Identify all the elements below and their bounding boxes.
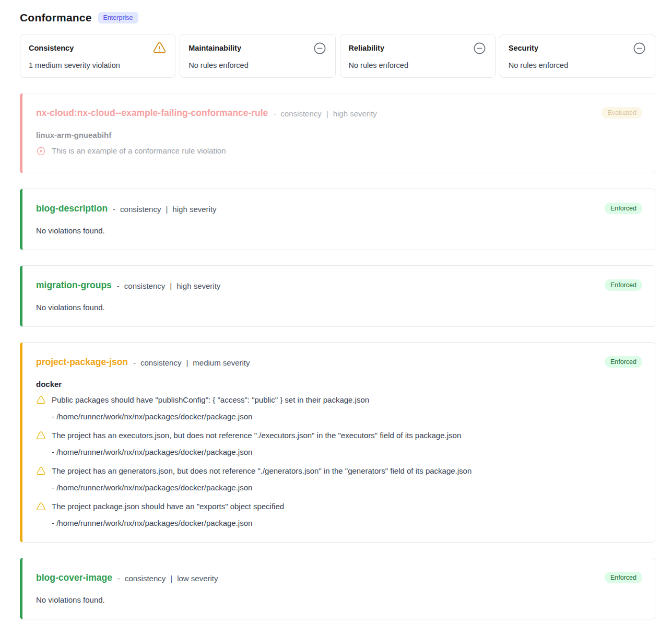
warning-triangle-icon: [36, 502, 46, 514]
warning-triangle-icon: [36, 466, 46, 478]
rule-card-blog-cover-image: blog-cover-image - consistency | low sev…: [20, 558, 655, 619]
violation-message: The project has an executors.json, but d…: [52, 431, 461, 440]
rule-category: consistency: [140, 358, 181, 367]
rule-card-project-package-json: project-package-json - consistency | med…: [20, 342, 655, 543]
rule-meta: - consistency | medium severity: [133, 357, 250, 367]
conformance-page: Conformance Enterprise Consistency 1 med…: [0, 0, 672, 619]
rule-name-link[interactable]: blog-description: [36, 203, 108, 214]
rules-list: nx-cloud:nx-cloud--example-failing-confo…: [20, 93, 655, 619]
rule-result-text: No violations found.: [36, 595, 642, 604]
violation-item: The project package.json should have an …: [36, 502, 642, 527]
meta-divider: |: [166, 205, 168, 214]
enterprise-badge: Enterprise: [98, 12, 138, 23]
rule-card-example-failing-conformance-rule: nx-cloud:nx-cloud--example-failing-confo…: [20, 93, 655, 173]
rule-name-link[interactable]: blog-cover-image: [36, 572, 112, 583]
rule-category: consistency: [280, 109, 321, 118]
summary-card-status: No rules enforced: [509, 61, 646, 69]
rule-name-link[interactable]: nx-cloud:nx-cloud--example-failing-confo…: [36, 108, 268, 119]
rule-meta: - consistency | high severity: [113, 204, 217, 214]
rule-name-link[interactable]: project-package-json: [36, 357, 128, 368]
summary-card-title: Security: [509, 41, 538, 52]
summary-card-status: No rules enforced: [188, 61, 326, 69]
rule-severity: high severity: [176, 281, 220, 290]
project-name: linux-arm-gnueabihf: [36, 131, 642, 139]
circle-x-icon: [36, 146, 46, 158]
violation-file-path: - /home/runner/work/nx/nx/packages/docke…: [52, 448, 642, 456]
summary-card-title: Reliability: [349, 41, 385, 52]
meta-divider: |: [186, 358, 188, 367]
rule-meta: - consistency | low severity: [117, 573, 218, 583]
rule-category: consistency: [125, 574, 166, 583]
page-title: Conformance: [20, 11, 92, 24]
page-header: Conformance Enterprise: [20, 11, 655, 24]
rule-severity: high severity: [172, 205, 216, 214]
meta-separator: -: [117, 281, 120, 290]
summary-card-security: Security No rules enforced: [500, 34, 655, 78]
rule-card-blog-description: blog-description - consistency | high se…: [20, 189, 655, 250]
meta-separator: -: [133, 358, 136, 367]
circle-minus-icon: [632, 41, 646, 55]
warning-triangle-icon: [36, 395, 46, 407]
rule-severity: low severity: [177, 574, 218, 583]
rule-result-text: No violations found.: [36, 226, 642, 235]
rule-meta: - consistency | high severity: [273, 108, 377, 118]
meta-separator: -: [113, 205, 115, 214]
violation-file-path: - /home/runner/work/nx/nx/packages/docke…: [52, 483, 642, 492]
violation-item: The project has an generators.json, but …: [36, 466, 642, 492]
rule-meta: - consistency | high severity: [117, 280, 221, 290]
warning-triangle-icon: [36, 431, 46, 443]
violation-message: Public packages should have "publishConf…: [52, 395, 369, 404]
rule-category: consistency: [120, 205, 161, 214]
violation-item: The project has an executors.json, but d…: [36, 431, 642, 456]
meta-divider: |: [170, 574, 172, 583]
warning-triangle-icon: [152, 41, 167, 55]
meta-divider: |: [170, 281, 172, 290]
status-badge-evaluated: Evaluated: [602, 107, 642, 119]
status-badge-enforced: Enforced: [605, 572, 642, 583]
project-name: docker: [36, 380, 642, 389]
violation-message: The project package.json should have an …: [52, 502, 284, 511]
violation-message: The project has an generators.json, but …: [52, 466, 471, 475]
category-summary-row: Consistency 1 medium severity violation …: [20, 34, 655, 78]
summary-card-status: 1 medium severity violation: [29, 61, 167, 69]
violations-list: Public packages should have "publishConf…: [36, 395, 642, 527]
meta-separator: -: [117, 574, 120, 583]
summary-card-reliability: Reliability No rules enforced: [340, 34, 496, 78]
circle-minus-icon: [313, 41, 327, 55]
rule-severity: medium severity: [193, 358, 250, 367]
violation-file-path: - /home/runner/work/nx/nx/packages/docke…: [52, 519, 642, 527]
rule-name-link[interactable]: migration-groups: [36, 280, 112, 291]
summary-card-status: No rules enforced: [349, 61, 487, 69]
summary-card-title: Maintainability: [188, 41, 241, 52]
status-badge-enforced: Enforced: [605, 203, 642, 214]
status-badge-enforced: Enforced: [605, 356, 642, 368]
circle-minus-icon: [473, 41, 487, 55]
violation-item: Public packages should have "publishConf…: [36, 395, 642, 421]
summary-card-maintainability: Maintainability No rules enforced: [180, 34, 335, 78]
violation-message: This is an example of a conformance rule…: [52, 146, 226, 155]
summary-card-title: Consistency: [29, 41, 74, 52]
rule-severity: high severity: [333, 109, 377, 118]
rule-result-text: No violations found.: [36, 303, 642, 312]
rule-card-migration-groups: migration-groups - consistency | high se…: [20, 265, 655, 327]
violation-file-path: - /home/runner/work/nx/nx/packages/docke…: [52, 412, 642, 421]
rule-category: consistency: [124, 281, 165, 290]
status-badge-enforced: Enforced: [605, 279, 642, 291]
meta-divider: |: [326, 109, 328, 118]
summary-card-consistency: Consistency 1 medium severity violation: [20, 34, 175, 78]
meta-separator: -: [273, 109, 276, 118]
